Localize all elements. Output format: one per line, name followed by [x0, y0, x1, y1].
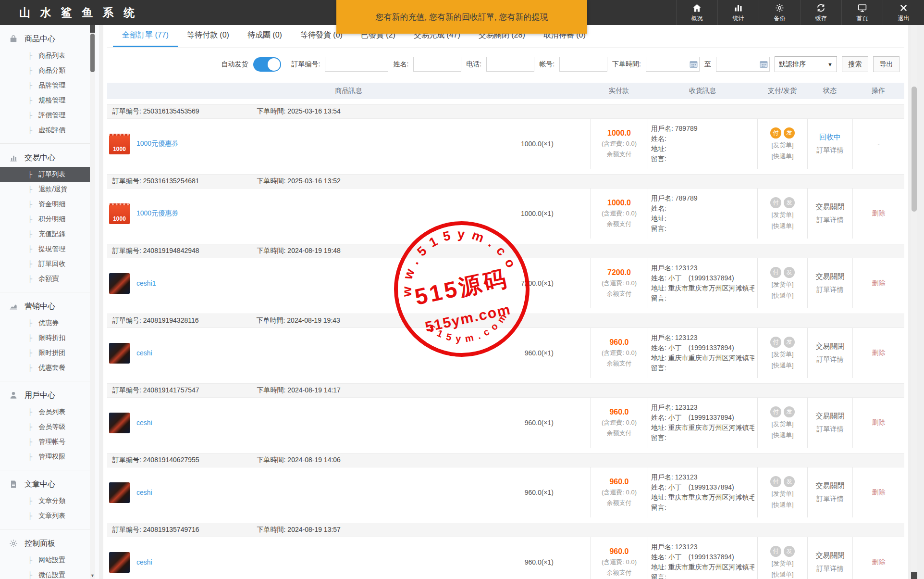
express-doc-link[interactable]: [快遞单]: [771, 291, 793, 300]
product-thumbnail[interactable]: [109, 482, 130, 503]
sidebar-item[interactable]: ├优惠套餐: [0, 360, 90, 375]
product-thumbnail[interactable]: [109, 273, 130, 294]
express-doc-link[interactable]: [快遞单]: [771, 431, 793, 440]
sidebar-item[interactable]: ├资金明细: [0, 197, 90, 212]
sidebar-item[interactable]: ├管理帐号: [0, 434, 90, 449]
search-button[interactable]: 搜索: [842, 56, 868, 72]
sidebar-item[interactable]: ├网站設置: [0, 553, 90, 567]
coupon-thumbnail[interactable]: 1000: [109, 134, 130, 154]
sidebar-item[interactable]: ├商品列表: [0, 48, 90, 63]
express-doc-link[interactable]: [快遞单]: [771, 570, 793, 579]
sidebar-item[interactable]: ├文章分類: [0, 493, 90, 508]
export-button[interactable]: 导出: [873, 56, 899, 72]
sidebar-item[interactable]: ├优惠券: [0, 315, 90, 330]
ship-doc-link[interactable]: [发货单]: [771, 490, 793, 498]
topnav-item-backup[interactable]: 备份: [759, 0, 800, 25]
sidebar-item[interactable]: ├訂單列表: [0, 167, 90, 182]
product-thumbnail[interactable]: [109, 413, 130, 433]
sidebar-item[interactable]: ├充值記錄: [0, 227, 90, 241]
topnav-item-cache[interactable]: 缓存: [800, 0, 841, 25]
topnav-item-home[interactable]: 概况: [676, 0, 717, 25]
coupon-thumbnail[interactable]: 1000: [109, 203, 130, 224]
delete-link[interactable]: 删除: [872, 558, 886, 566]
sidebar-item[interactable]: ├限時折扣: [0, 330, 90, 345]
scrollbar-down-button[interactable]: [911, 572, 917, 579]
page-scrollbar-thumb[interactable]: [912, 87, 917, 212]
order-detail-link[interactable]: 訂單详情: [817, 425, 844, 434]
notification-banner[interactable]: 您有新的充值, 您有新的回收訂單, 您有新的提現: [336, 0, 587, 34]
topnav-item-exit[interactable]: 退出: [883, 0, 924, 25]
sidebar-item[interactable]: ├会员列表: [0, 404, 90, 419]
page-scrollbar[interactable]: [911, 25, 917, 579]
calendar-icon[interactable]: [690, 60, 698, 68]
product-link[interactable]: ceshi: [136, 489, 152, 496]
sidebar-item[interactable]: ├退款/退貨: [0, 182, 90, 197]
topnav-item-monitor[interactable]: 首頁: [841, 0, 883, 25]
sidebar-item[interactable]: ├訂單回收: [0, 256, 90, 271]
order-detail-link[interactable]: 訂單详情: [817, 286, 844, 294]
express-doc-link[interactable]: [快遞单]: [771, 501, 793, 509]
delete-link[interactable]: 删除: [872, 209, 886, 218]
ship-doc-link[interactable]: [发货单]: [771, 280, 793, 289]
product-link[interactable]: ceshi1: [136, 279, 156, 287]
sidebar-item[interactable]: ├評價管理: [0, 108, 90, 123]
product-thumbnail[interactable]: [109, 552, 130, 573]
sidebar-item[interactable]: ├提現管理: [0, 241, 90, 256]
product-link[interactable]: 1000元優惠券: [136, 139, 178, 148]
product-link[interactable]: ceshi: [136, 558, 152, 566]
product-thumbnail[interactable]: [109, 343, 130, 364]
delete-link[interactable]: 删除: [872, 279, 886, 288]
order-detail-link[interactable]: 訂單详情: [817, 146, 844, 155]
sidebar-section-header[interactable]: 营销中心: [0, 297, 90, 315]
product-link[interactable]: 1000元優惠券: [136, 209, 178, 218]
sidebar-item[interactable]: ├积分明细: [0, 212, 90, 227]
sidebar-section-header[interactable]: 交易中心: [0, 149, 90, 167]
sidebar-item[interactable]: ├微信設置: [0, 567, 90, 579]
auto-ship-toggle[interactable]: [253, 57, 281, 72]
delete-link[interactable]: 删除: [872, 349, 886, 357]
sidebar-section-header[interactable]: 控制面板: [0, 534, 90, 553]
tab-item[interactable]: 全部訂單 (77): [113, 25, 178, 47]
order-detail-link[interactable]: 訂單详情: [817, 216, 844, 225]
express-doc-link[interactable]: [快遞单]: [771, 222, 793, 230]
topnav-item-stats[interactable]: 统计: [717, 0, 759, 25]
tab-item[interactable]: 待成團 (0): [238, 25, 291, 47]
sidebar-item[interactable]: ├虚拟評價: [0, 123, 90, 138]
ship-doc-link[interactable]: [发货单]: [771, 559, 793, 568]
sidebar-section-header[interactable]: 用戶中心: [0, 386, 90, 404]
sidebar-item[interactable]: ├商品分類: [0, 63, 90, 78]
order-detail-link[interactable]: 訂單详情: [817, 565, 844, 573]
tab-item[interactable]: 等待付款 (0): [178, 25, 238, 47]
sidebar-item[interactable]: ├限时拼团: [0, 345, 90, 360]
sidebar-item[interactable]: ├品牌管理: [0, 78, 90, 93]
sidebar-item[interactable]: ├管理权限: [0, 449, 90, 464]
sidebar-item[interactable]: ├规格管理: [0, 93, 90, 108]
ship-doc-link[interactable]: [发货单]: [771, 211, 793, 219]
delete-link[interactable]: 删除: [872, 418, 886, 427]
sidebar-section-header[interactable]: 商品中心: [0, 30, 90, 48]
sidebar-scrollbar-thumb[interactable]: [90, 34, 95, 72]
order-detail-link[interactable]: 訂單详情: [817, 495, 844, 503]
delete-link[interactable]: 删除: [872, 488, 886, 497]
express-doc-link[interactable]: [快遞单]: [771, 152, 793, 161]
scroll-down-icon[interactable]: ▼: [90, 573, 95, 578]
phone-input[interactable]: [486, 57, 534, 72]
product-link[interactable]: ceshi: [136, 419, 152, 427]
status-text[interactable]: 回收中: [819, 133, 841, 142]
name-input[interactable]: [413, 57, 461, 72]
order-no-input[interactable]: [325, 57, 388, 72]
sidebar-item[interactable]: ├余額寶: [0, 271, 90, 286]
ship-doc-link[interactable]: [发货单]: [771, 420, 793, 428]
sidebar-scrollbar[interactable]: ▼: [90, 25, 95, 579]
scroll-up-arrow[interactable]: [90, 25, 95, 33]
sort-select[interactable]: 默認排序 ▼: [775, 56, 837, 72]
ship-doc-link[interactable]: [发货单]: [771, 350, 793, 359]
product-link[interactable]: ceshi: [136, 349, 152, 357]
calendar-icon[interactable]: [760, 60, 768, 68]
account-input[interactable]: [559, 57, 607, 72]
sidebar-item[interactable]: ├文章列表: [0, 508, 90, 523]
sidebar-item[interactable]: ├会员等级: [0, 419, 90, 434]
express-doc-link[interactable]: [快遞单]: [771, 361, 793, 370]
ship-doc-link[interactable]: [发货单]: [771, 141, 793, 150]
sidebar-section-header[interactable]: 文章中心: [0, 475, 90, 493]
